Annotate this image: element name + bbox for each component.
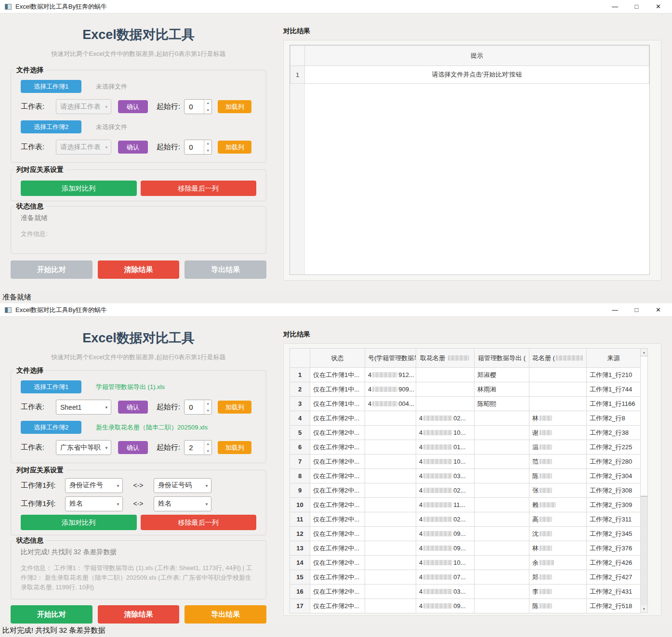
remove-last-column-button[interactable]: 移除最后一列 — [141, 515, 257, 530]
start-compare-button[interactable]: 开始比对 — [11, 260, 92, 279]
redacted-text — [423, 517, 452, 522]
titlebar: Excel数据对比工具By狂奔的蜗牛 — □ ✕ — [0, 303, 672, 317]
load-columns1-button[interactable]: 加载列 — [218, 100, 251, 113]
result-row[interactable]: 13仅在工作簿2中...409...林工作簿2_行376 — [290, 541, 641, 556]
result-row[interactable]: 6仅在工作簿2中...401...温工作簿2_行225 — [290, 440, 641, 455]
result-row[interactable]: 2仅在工作簿1中...4909...林雨湘工作簿1_行744 — [290, 382, 641, 397]
maximize-button[interactable]: □ — [626, 304, 647, 316]
start-row2-stepper[interactable]: 2 ▲ ▼ — [184, 440, 212, 455]
load-columns1-button[interactable]: 加载列 — [218, 401, 251, 414]
minimize-button[interactable]: — — [604, 304, 626, 316]
select-workbook2-button[interactable]: 选择工作簿2 — [21, 120, 81, 133]
start-row1-stepper[interactable]: 0 ▲ ▼ — [184, 400, 212, 415]
tip-column-header[interactable]: 提示 — [305, 46, 649, 66]
result-row[interactable]: 9仅在工作簿2中...402...张工作簿2_行308 — [290, 483, 641, 498]
result-row[interactable]: 11仅在工作簿2中...402...高工作簿2_行311 — [290, 512, 641, 527]
results-column-header[interactable]: 籍管理数据导出 ( — [474, 349, 529, 368]
redacted-text — [423, 502, 452, 507]
scroll-down-icon[interactable]: ▼ — [641, 605, 647, 612]
result-row[interactable]: 16仅在工作簿2中...403...李工作簿2_行431 — [290, 585, 641, 599]
chevron-down-icon: ▼ — [116, 484, 120, 488]
confirm-sheet1-button[interactable]: 确认 — [118, 401, 148, 414]
chevron-down-icon: ▼ — [105, 145, 108, 150]
stepper-down-icon[interactable]: ▼ — [204, 448, 211, 455]
mapping2-right-select[interactable]: 姓名 ▼ — [154, 496, 211, 511]
scrollbar-track[interactable] — [641, 496, 647, 605]
worksheet1-select[interactable]: 请选择工作表 ▼ — [56, 99, 111, 114]
export-results-button[interactable]: 导出结果 — [184, 605, 266, 624]
column-mapping-group: 列对应关系设置 添加对比列 移除最后一列 — [11, 169, 266, 201]
result-row[interactable]: 3仅在工作簿1中...4004...陈昭熙工作簿1_行1166 — [290, 397, 641, 411]
results-scrollbar[interactable]: ▲ ▼ — [641, 348, 648, 613]
confirm-sheet1-button[interactable]: 确认 — [118, 100, 148, 113]
page-subtitle: 快速对比两个Excel文件中的数据差异,起始行0表示第1行是标题 — [11, 353, 266, 362]
stepper-up-icon[interactable]: ▲ — [204, 140, 211, 147]
confirm-sheet2-button[interactable]: 确认 — [118, 141, 148, 154]
titlebar: Excel数据对比工具By狂奔的蜗牛 — □ ✕ — [0, 0, 672, 13]
mapping2-left-select[interactable]: 姓名 ▼ — [65, 496, 123, 511]
workbook1-column-label: 工作簿1列: — [21, 481, 65, 490]
start-row-label: 起始行: — [157, 403, 180, 412]
start-row2-stepper[interactable]: 0 ▲ ▼ — [184, 140, 212, 155]
result-row[interactable]: 8仅在工作簿2中...403...陈工作簿2_行304 — [290, 469, 641, 483]
result-row[interactable]: 7仅在工作簿2中...410...范工作簿2_行280 — [290, 455, 641, 469]
select-workbook1-button[interactable]: 选择工作簿1 — [21, 80, 81, 93]
remove-last-column-button[interactable]: 移除最后一列 — [141, 181, 257, 196]
redacted-text — [540, 603, 552, 609]
start-row-label: 起始行: — [157, 102, 180, 111]
minimize-button[interactable]: — — [604, 0, 626, 13]
tip-row[interactable]: 1 请选择文件并点击'开始比对'按钮 — [290, 66, 649, 84]
tip-text: 请选择文件并点击'开始比对'按钮 — [305, 66, 649, 84]
add-compare-column-button[interactable]: 添加对比列 — [21, 181, 137, 196]
select-workbook2-button[interactable]: 选择工作簿2 — [21, 421, 81, 434]
result-row[interactable]: 1仅在工作簿1中...4912...郑淑樱工作簿1_行210 — [290, 368, 641, 382]
redacted-text — [372, 387, 397, 392]
scrollbar-thumb[interactable] — [641, 356, 647, 496]
mapping1-left-select[interactable]: 身份证件号 ▼ — [65, 478, 123, 493]
statusbar-text: 准备就绪 — [2, 293, 31, 302]
result-row[interactable]: 12仅在工作簿2中...409...沈工作簿2_行345 — [290, 527, 641, 541]
worksheet2-select[interactable]: 请选择工作表 ▼ — [56, 140, 111, 155]
file-selection-group: 文件选择 选择工作簿1 学籍管理数据导出 (1).xls 工作表: Sheet1… — [11, 370, 266, 463]
redacted-text — [540, 589, 552, 594]
add-compare-column-button[interactable]: 添加对比列 — [21, 515, 137, 530]
results-column-header[interactable]: 取花名册 — [416, 349, 474, 368]
clear-results-button[interactable]: 清除结果 — [98, 260, 180, 279]
result-row[interactable]: 14仅在工作簿2中...410...余工作簿2_行426 — [290, 556, 641, 570]
result-row[interactable]: 17仅在工作簿2中...409...陈工作簿2_行518 — [290, 599, 641, 613]
result-row[interactable]: 5仅在工作簿2中...410...谢工作簿2_行38 — [290, 426, 641, 440]
results-column-header[interactable]: 状态 — [310, 349, 365, 368]
export-results-button[interactable]: 导出结果 — [184, 260, 266, 279]
redacted-text — [423, 444, 452, 450]
stepper-down-icon[interactable]: ▼ — [204, 147, 211, 155]
redacted-text — [423, 560, 452, 565]
close-button[interactable]: ✕ — [647, 304, 669, 316]
clear-results-button[interactable]: 清除结果 — [98, 605, 180, 624]
results-column-header[interactable]: 号(学籍管理数据导 — [365, 349, 416, 368]
stepper-up-icon[interactable]: ▲ — [204, 100, 211, 107]
stepper-up-icon[interactable]: ▲ — [204, 400, 211, 407]
select-workbook1-button[interactable]: 选择工作簿1 — [21, 380, 81, 393]
maximize-button[interactable]: □ — [626, 0, 647, 13]
load-columns2-button[interactable]: 加载列 — [218, 141, 251, 154]
worksheet2-select[interactable]: 广东省中等职 ▼ — [56, 440, 111, 455]
result-row[interactable]: 4仅在工作簿2中...402...林工作簿2_行8 — [290, 411, 641, 426]
worksheet1-select[interactable]: Sheet1 ▼ — [56, 400, 111, 415]
start-row1-stepper[interactable]: 0 ▲ ▼ — [184, 99, 212, 114]
close-button[interactable]: ✕ — [647, 0, 669, 13]
load-columns2-button[interactable]: 加载列 — [218, 441, 251, 454]
mapping1-right-select[interactable]: 身份证号码 ▼ — [154, 478, 211, 493]
results-column-header[interactable]: 来源 — [587, 349, 641, 368]
stepper-down-icon[interactable]: ▼ — [204, 107, 211, 114]
result-row[interactable]: 10仅在工作簿2中...411...赖工作簿2_行309 — [290, 498, 641, 512]
results-column-header[interactable]: 花名册 ( — [529, 349, 587, 368]
redacted-text — [423, 430, 452, 435]
results-column-header[interactable] — [290, 349, 310, 368]
confirm-sheet2-button[interactable]: 确认 — [118, 441, 148, 454]
scroll-up-icon[interactable]: ▲ — [641, 349, 647, 356]
stepper-up-icon[interactable]: ▲ — [204, 441, 211, 448]
start-compare-button[interactable]: 开始比对 — [11, 605, 92, 624]
result-row[interactable]: 15仅在工作簿2中...407...郑工作簿2_行427 — [290, 570, 641, 585]
stepper-down-icon[interactable]: ▼ — [204, 407, 211, 415]
redacted-text — [423, 589, 452, 594]
